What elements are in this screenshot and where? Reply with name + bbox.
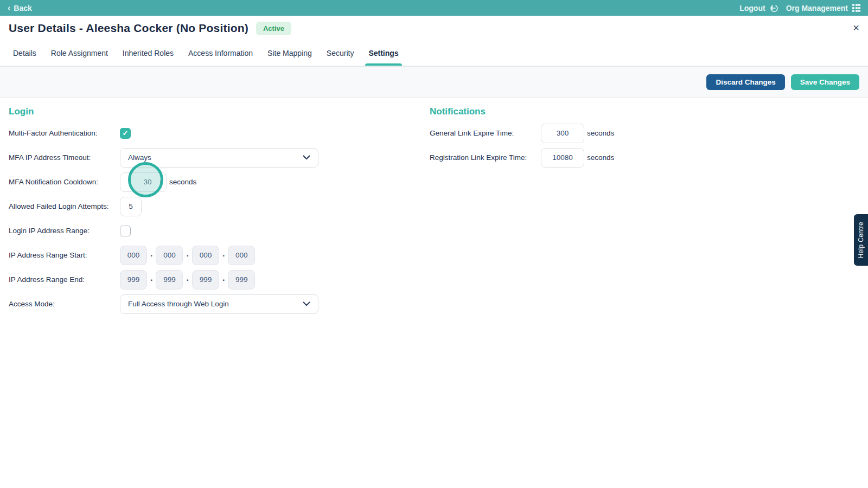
org-management-button[interactable]: Org Management [786,4,860,12]
ip-end-label: IP Address Range End: [9,275,120,284]
page-title: User Details - Aleesha Cocker (No Positi… [9,22,248,35]
access-mode-value: Full Access through Web Login [128,300,229,308]
chevron-down-icon [303,301,310,306]
ip-start-label: IP Address Range Start: [9,251,120,259]
logout-icon [770,4,778,12]
ip-end-octet-3[interactable] [192,270,219,290]
notifications-section: Notifications General Link Expire Time: … [430,106,614,170]
login-section: Login Multi-Factor Authentication: ✓ MFA… [9,106,318,316]
notifications-heading: Notifications [430,106,614,121]
org-management-label: Org Management [786,4,848,12]
mfa-cooldown-unit: seconds [169,178,196,186]
help-centre-tab[interactable]: Help Centre [854,214,868,266]
mfa-label: Multi-Factor Authentication: [9,129,120,137]
ip-end-octet-4[interactable] [228,270,255,290]
ip-start-row: IP Address Range Start: . . . [9,243,318,267]
tab-security[interactable]: Security [327,41,354,66]
mfa-row: Multi-Factor Authentication: ✓ [9,121,318,145]
ip-start-octet-4[interactable] [228,246,255,265]
ip-range-checkbox[interactable] [120,226,131,236]
ip-separator: . [150,249,152,259]
ip-start-octet-3[interactable] [192,246,219,265]
tab-site-mapping[interactable]: Site Mapping [267,41,312,66]
mfa-cooldown-row: MFA Notification Cooldown: ▲ ▼ seconds [9,170,318,194]
logout-button[interactable]: Logout [739,4,778,12]
ip-separator: . [186,273,188,283]
top-bar: ‹ Back Logout Org Management [0,0,868,16]
save-changes-button[interactable]: Save Changes [791,74,859,90]
tab-role-assignment[interactable]: Role Assignment [51,41,108,66]
mfa-checkbox[interactable]: ✓ [120,128,131,139]
ip-separator: . [222,273,225,283]
logout-label: Logout [739,4,765,12]
general-expire-row: General Link Expire Time: seconds [430,121,614,145]
tab-access-information[interactable]: Access Information [188,41,253,66]
ip-start-octet-1[interactable] [120,246,147,265]
close-icon[interactable]: × [853,22,859,33]
login-heading: Login [9,106,318,121]
general-expire-unit: seconds [587,129,614,137]
tab-inherited-roles[interactable]: Inherited Roles [123,41,174,66]
tab-bar: Details Role Assignment Inherited Roles … [0,41,868,66]
ip-end-row: IP Address Range End: . . . [9,267,318,292]
mfa-cooldown-label: MFA Notification Cooldown: [9,178,120,186]
number-stepper[interactable]: ▲ ▼ [159,179,163,184]
status-badge: Active [256,22,291,35]
general-expire-input[interactable] [541,124,584,143]
registration-expire-label: Registration Link Expire Time: [430,153,541,162]
title-bar: User Details - Aleesha Cocker (No Positi… [0,16,868,41]
tab-settings[interactable]: Settings [368,41,398,66]
mfa-timeout-row: MFA IP Address Timeout: Always [9,145,318,170]
access-mode-row: Access Mode: Full Access through Web Log… [9,292,318,316]
back-label: Back [14,4,31,12]
apps-grid-icon [852,4,860,12]
ip-end-octet-2[interactable] [156,270,183,290]
access-mode-select[interactable]: Full Access through Web Login [120,294,318,314]
registration-expire-input[interactable] [541,148,584,168]
back-button[interactable]: ‹ Back [8,4,32,12]
stepper-down-icon[interactable]: ▼ [159,182,163,184]
ip-end-octet-1[interactable] [120,270,147,290]
back-chevron-icon: ‹ [8,4,10,12]
help-centre-label: Help Centre [857,222,865,258]
failed-attempts-label: Allowed Failed Login Attempts: [9,202,120,210]
mfa-timeout-label: MFA IP Address Timeout: [9,153,120,162]
mfa-timeout-value: Always [128,153,151,162]
mfa-timeout-select[interactable]: Always [120,148,318,168]
ip-start-octet-2[interactable] [156,246,183,265]
check-icon: ✓ [123,129,129,137]
failed-attempts-row: Allowed Failed Login Attempts: [9,194,318,219]
general-expire-label: General Link Expire Time: [430,129,541,137]
chevron-down-icon [303,155,310,160]
ip-range-row: Login IP Address Range: [9,219,318,243]
ip-separator: . [186,249,188,259]
tab-details[interactable]: Details [13,41,36,66]
ip-separator: . [222,249,225,259]
registration-expire-row: Registration Link Expire Time: seconds [430,145,614,170]
ip-range-label: Login IP Address Range: [9,227,120,235]
access-mode-label: Access Mode: [9,300,120,308]
ip-separator: . [150,273,152,283]
discard-changes-button[interactable]: Discard Changes [706,74,784,90]
action-bar: Discard Changes Save Changes [0,66,868,98]
registration-expire-unit: seconds [587,153,614,162]
failed-attempts-input[interactable] [120,197,142,216]
